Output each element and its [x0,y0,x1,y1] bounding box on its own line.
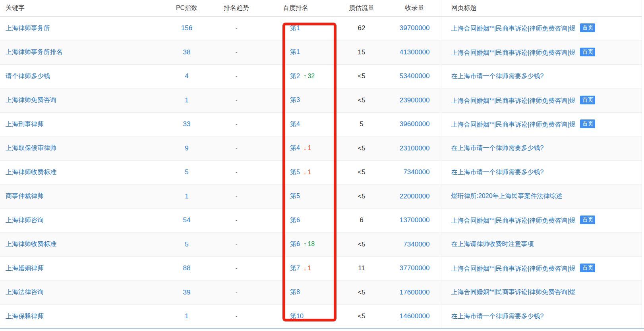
keyword-link[interactable]: 上海律师免费咨询 [6,96,56,103]
cell-index-count: 41300000 [383,40,441,65]
page-title-link[interactable]: 在上海请律师收费时注意事项 [451,241,534,247]
rank-down-icon: ↓ [304,144,307,151]
baidu-rank-value[interactable]: 第7 [290,265,300,271]
keyword-link[interactable]: 上海律师事务所排名 [6,48,63,55]
home-page-badge[interactable]: 首页 [580,48,595,56]
cell-baidu-rank: 第1 [266,40,340,65]
pc-index-value[interactable]: 5 [185,241,188,248]
page-title-link[interactable]: 上海合同婚姻**|民商事诉讼|律师免费咨询|煜 [451,97,576,104]
pc-index-value[interactable]: 4 [185,72,188,80]
index-count-value[interactable]: 53400000 [400,72,430,80]
index-count-value[interactable]: 37700000 [400,264,430,272]
home-page-badge[interactable]: 首页 [580,264,595,272]
index-count-value[interactable]: 23100000 [400,144,430,152]
page-title-link[interactable]: 在上海市请一个律师需要多少钱? [451,313,544,319]
cell-pc-index: 54 [167,208,207,233]
cell-baidu-rank: 第5↓1 [266,160,340,185]
index-count-value[interactable]: 39700000 [400,24,430,32]
page-title-link[interactable]: 在上海市请一个律师需要多少钱? [451,73,544,79]
baidu-rank-value[interactable]: 第3 [290,96,300,103]
baidu-rank-value[interactable]: 第6 [290,241,300,247]
pc-index-value[interactable]: 39 [183,289,191,296]
page-title-link[interactable]: 煜珩律所:2020年上海民事案件法律综述 [451,192,563,199]
pc-index-value[interactable]: 88 [183,264,191,272]
column-header-trend: 排名趋势 [207,0,266,16]
cell-est-traffic: 6 [340,208,383,233]
keyword-link[interactable]: 上海律师收费标准 [6,169,56,175]
rank-up-icon: ↑ [304,73,307,79]
pc-index-value[interactable]: 1 [185,192,188,200]
cell-page-title: 在上海市请一个律师需要多少钱? [441,137,642,161]
keyword-link[interactable]: 上海保释律师 [6,313,44,319]
cell-baidu-rank: 第4 [266,112,340,137]
baidu-rank-value[interactable]: 第10 [290,313,304,319]
home-page-badge[interactable]: 首页 [580,216,595,224]
est-traffic-value: <5 [358,312,365,320]
cell-page-title: 煜珩律所:2020年上海民事案件法律综述 [441,185,642,209]
keyword-link[interactable]: 上海刑事律师 [6,121,44,127]
baidu-rank-value[interactable]: 第4 [290,144,300,151]
baidu-rank-value[interactable]: 第6 [290,217,300,223]
index-count-value[interactable]: 7340000 [403,168,429,176]
page-title-link[interactable]: 上海合同婚姻**|民商事诉讼|律师免费咨询|煜 [451,265,576,272]
baidu-rank-value[interactable]: 第1 [290,48,300,55]
cell-index-count: 17600000 [383,281,441,305]
cell-keyword: 上海保释律师 [0,304,167,329]
keyword-link[interactable]: 上海律师收费标准 [6,241,56,247]
cell-trend: - [207,64,266,89]
baidu-rank-value[interactable]: 第4 [290,121,300,127]
cell-pc-index: 1 [167,304,207,329]
page-title-link[interactable]: 上海合同婚姻**|民商事诉讼|律师免费咨询|煜 [451,25,576,32]
index-count-value[interactable]: 13700000 [400,216,430,224]
keyword-link[interactable]: 上海律师事务所 [6,25,50,31]
pc-index-value[interactable]: 156 [181,24,192,32]
pc-index-value[interactable]: 5 [185,168,188,176]
table-row: 商事仲裁律师1-第5<522000000煜珩律所:2020年上海民事案件法律综述 [0,185,642,209]
home-page-badge[interactable]: 首页 [580,119,595,128]
pc-index-value[interactable]: 38 [183,48,191,56]
page-title-link[interactable]: 上海合同婚姻**|民商事诉讼|律师免费咨询|煜 [451,289,576,295]
cell-keyword: 上海刑事律师 [0,112,167,137]
pc-index-value[interactable]: 9 [185,144,188,152]
keyword-link[interactable]: 上海取保候审律师 [6,144,56,151]
page-title-link[interactable]: 在上海市请一个律师需要多少钱? [451,144,544,151]
keyword-link[interactable]: 上海法律咨询 [6,289,44,295]
index-count-value[interactable]: 7340000 [403,241,429,248]
baidu-rank-value[interactable]: 第8 [290,289,300,295]
table-header: 关键字 PC指数 排名趋势 百度排名 预估流量 收录量 网页标题 [0,0,642,16]
baidu-rank-value[interactable]: 第5 [290,192,300,199]
pc-index-value[interactable]: 1 [185,96,188,104]
keyword-link[interactable]: 商事仲裁律师 [6,192,44,199]
cell-pc-index: 39 [167,281,207,305]
page-title-link[interactable]: 上海合同婚姻**|民商事诉讼|律师免费咨询|煜 [451,49,576,56]
table-right-border [642,0,642,329]
index-count-value[interactable]: 39600000 [400,120,430,128]
trend-value: - [236,145,238,152]
home-page-badge[interactable]: 首页 [580,96,595,104]
index-count-value[interactable]: 22000000 [400,192,430,200]
baidu-rank-value[interactable]: 第5 [290,169,300,175]
keyword-link[interactable]: 上海婚姻律师 [6,265,44,271]
baidu-rank-value[interactable]: 第2 [290,73,300,79]
index-count-value[interactable]: 14600000 [400,312,430,320]
pc-index-value[interactable]: 33 [183,120,191,128]
pc-index-value[interactable]: 1 [185,312,188,320]
cell-keyword: 请个律师多少钱 [0,64,167,89]
page-title-link[interactable]: 在上海市请一个律师需要多少钱? [451,169,544,175]
index-count-value[interactable]: 17600000 [400,289,430,296]
keyword-link[interactable]: 上海律师咨询 [6,217,44,223]
trend-value: - [236,265,238,271]
cell-keyword: 上海律师事务所排名 [0,40,167,65]
page-title-link[interactable]: 上海合同婚姻**|民商事诉讼|律师免费咨询|煜 [451,121,576,128]
home-page-badge[interactable]: 首页 [580,23,595,32]
index-count-value[interactable]: 41300000 [400,48,430,56]
pc-index-value[interactable]: 54 [183,216,191,224]
est-traffic-value: 15 [358,48,366,56]
est-traffic-value: <5 [358,72,365,80]
cell-trend: - [207,16,266,40]
index-count-value[interactable]: 23900000 [400,96,430,104]
page-title-link[interactable]: 上海合同婚姻**|民商事诉讼|律师免费咨询|煜 [451,217,576,224]
cell-page-title: 在上海市请一个律师需要多少钱? [441,64,642,89]
keyword-link[interactable]: 请个律师多少钱 [6,73,50,79]
baidu-rank-value[interactable]: 第1 [290,25,300,31]
